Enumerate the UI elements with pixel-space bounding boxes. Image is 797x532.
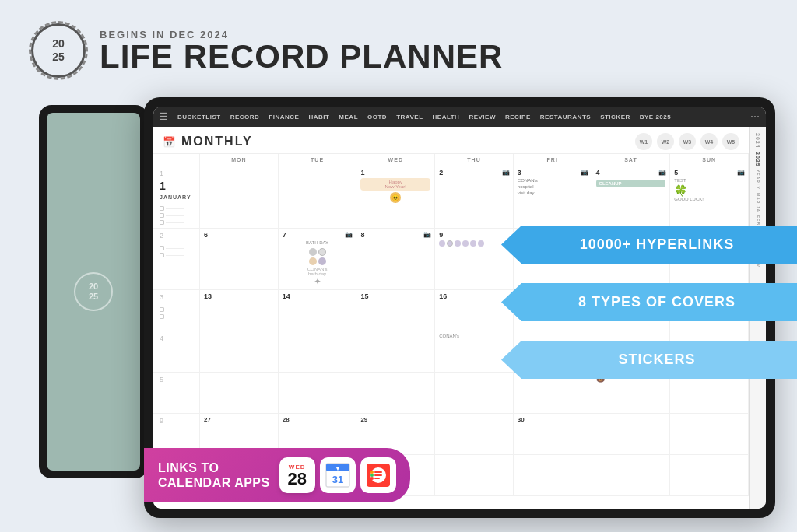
svg-text:31: 31 <box>332 474 342 485</box>
hyperlinks-label: 10000+ HYPERLINKS <box>580 236 735 252</box>
svg-point-12 <box>370 474 374 477</box>
col-header-thu: THU <box>435 154 514 166</box>
ribbon-covers: 8 TYPES OF COVERS <box>501 283 797 321</box>
svg-point-13 <box>370 477 374 480</box>
row-num-2: 2 <box>153 229 200 289</box>
camera-icon: 📷 <box>502 169 510 176</box>
col-header-wed: WED <box>356 154 435 166</box>
nav-item-habit[interactable]: HABIT <box>308 114 329 121</box>
nav-item-restaurants[interactable]: RESTAURANTS <box>540 114 591 121</box>
calendar-row-1: 1 1 JANUARY <box>153 166 749 229</box>
cell-r7-sun <box>670 455 749 495</box>
nav-item-record[interactable]: RECORD <box>230 114 260 121</box>
calendar-grid: MON TUE WED THU FRI SAT SUN 1 <box>153 153 749 496</box>
cell-r1-fri: 3 📷 CONAN'shospitalvisit day <box>514 166 592 228</box>
tablet-behind: 2025 <box>39 105 148 478</box>
cell-r1-wed: 1 HappyNew Year! 😊 <box>356 166 435 228</box>
nav-item-ootd[interactable]: OOTD <box>367 114 387 121</box>
cell-date: 3 <box>518 169 588 177</box>
hamburger-icon[interactable]: ☰ <box>160 111 168 122</box>
col-header-sat: SAT <box>592 154 671 166</box>
svg-text:▼: ▼ <box>335 465 341 472</box>
clover-sticker: 🍀 <box>674 184 744 197</box>
year-2024[interactable]: 2024 <box>755 133 760 149</box>
cell-r2-wed: 8 📷 <box>356 229 435 289</box>
col-header-empty <box>153 154 200 166</box>
date-app-icon[interactable]: WED 28 <box>279 457 315 493</box>
page-title: LIFE RECORD PLANNER <box>100 40 503 73</box>
svg-rect-10 <box>374 478 380 479</box>
cell-r7-thu <box>435 455 514 495</box>
logo-line1: 20 <box>52 37 65 51</box>
week-badge-w5[interactable]: W5 <box>722 133 739 150</box>
week-badge-w1[interactable]: W1 <box>635 133 652 150</box>
cell-r5-mon <box>200 373 279 413</box>
header-text: BEGINS IN DEC 2024 LIFE RECORD PLANNER <box>100 29 503 73</box>
tablet-behind-screen: 2025 <box>47 113 140 471</box>
cell-r7-fri <box>514 455 592 495</box>
gcal-app-icon[interactable]: 31 ▼ <box>320 457 356 493</box>
row-num-4: 4 <box>153 331 200 372</box>
cell-r2-thu: 9 <box>435 229 514 289</box>
cell-r5-tue <box>279 373 357 413</box>
monthly-header: 📅 MONTHLY W1 W2 W3 W4 W5 <box>153 127 749 153</box>
calendar-icon: 📅 <box>163 136 175 148</box>
cell-r4-tue <box>279 331 357 372</box>
monthly-title: MONTHLY <box>181 135 253 149</box>
logo-line2: 25 <box>52 51 65 64</box>
cell-r1-sun: 5 TEST 📷 🍀 GOOD LUCK! <box>670 166 749 228</box>
row-checklist <box>160 206 193 225</box>
cell-r3-thu: 16 <box>435 290 514 331</box>
cell-date: 5 <box>674 169 744 177</box>
cell-date: 2 <box>439 169 509 177</box>
week-badge-w4[interactable]: W4 <box>700 133 718 150</box>
nav-item-bye2025[interactable]: BYE 2025 <box>640 114 671 121</box>
week-badge-w2[interactable]: W2 <box>657 133 674 150</box>
nav-item-travel[interactable]: TRAVEL <box>396 114 423 121</box>
cell-r4-wed <box>356 331 435 372</box>
yearly-label[interactable]: YEARLY <box>756 170 760 190</box>
nav-item-health[interactable]: HEALTH <box>433 114 460 121</box>
dot-group-stickers <box>439 240 509 247</box>
ribbon-stickers: STICKERS <box>501 341 797 379</box>
week-badge-w3[interactable]: W3 <box>679 133 696 150</box>
links-pill: LINKS TOCALENDAR APPS WED 28 31 ▼ <box>144 448 410 502</box>
nav-more-icon[interactable]: ⋯ <box>750 111 760 122</box>
cell-r1-sat: 4 📷 CLEANUP <box>592 166 671 228</box>
nav-item-finance[interactable]: FINANCE <box>269 114 299 121</box>
svg-point-11 <box>370 471 374 474</box>
cell-r3-mon: 13 <box>200 290 279 331</box>
col-header-fri: FRI <box>514 154 592 166</box>
cell-r6-fri: 30 <box>514 414 592 454</box>
feb-label[interactable]: FEB <box>756 215 760 226</box>
app-day-num: 28 <box>287 471 306 488</box>
nav-item-sticker[interactable]: STICKER <box>600 114 630 121</box>
cell-r1-thu: 2 📷 <box>435 166 514 228</box>
col-header-tue: TUE <box>279 154 357 166</box>
col-header-mon: MON <box>200 154 279 166</box>
row-num-1: 1 1 JANUARY <box>153 166 200 228</box>
smiley-sticker: 😊 <box>390 192 401 203</box>
logo-badge: 20 25 <box>31 23 86 78</box>
bath-day-event: BATH DAY <box>283 240 353 245</box>
col-header-sun: SUN <box>670 154 749 166</box>
cell-r3-wed: 15 <box>356 290 435 331</box>
cell-r5-thu <box>435 373 514 413</box>
cell-r4-mon <box>200 331 279 372</box>
reminders-app-icon[interactable] <box>360 457 396 493</box>
nav-bar: ☰ BUCKETLIST RECORD FINANCE HABIT MEAL O… <box>153 107 766 127</box>
row-num-5: 5 <box>153 373 200 413</box>
cell-r6-thu <box>435 414 514 454</box>
week-badges: W1 W2 W3 W4 W5 <box>635 133 739 150</box>
nav-item-review[interactable]: REVIEW <box>469 114 496 121</box>
camera-icon-4: 📷 <box>737 169 745 176</box>
cell-r4-thu: CONAN's <box>435 331 514 372</box>
stickers-label: STICKERS <box>618 352 695 367</box>
cell-r1-tue <box>279 166 357 228</box>
nav-item-bucketlist[interactable]: BUCKETLIST <box>177 114 221 121</box>
mar-ja-label[interactable]: MAR,JA <box>756 193 760 212</box>
covers-label: 8 TYPES OF COVERS <box>578 294 736 310</box>
year-2025[interactable]: 2025 <box>755 152 760 167</box>
nav-item-recipe[interactable]: RECIPE <box>505 114 531 121</box>
nav-item-meal[interactable]: MEAL <box>339 114 358 121</box>
